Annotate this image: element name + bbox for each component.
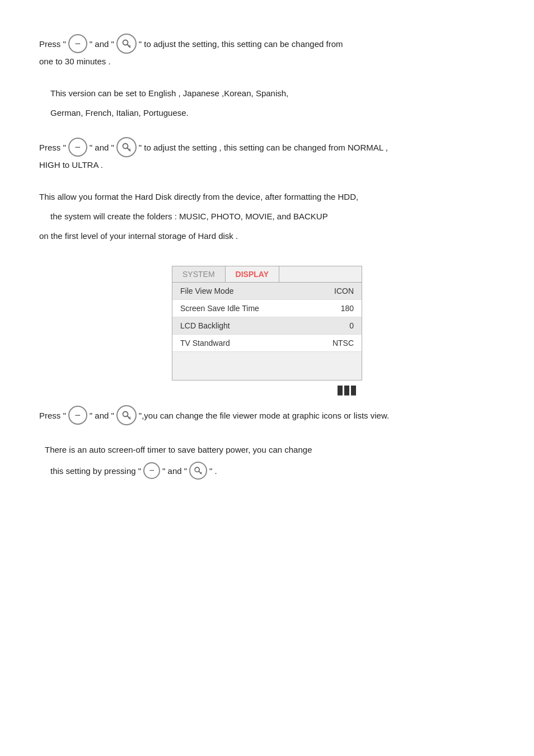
- and-label-3: " and ": [90, 408, 114, 423]
- hdd-text-3: on the first level of your internal stor…: [39, 228, 495, 243]
- language-text-2: German, French, Italian, Portuguese.: [50, 105, 495, 120]
- tab-display[interactable]: DISPLAY: [226, 266, 279, 282]
- row-value-1: 180: [341, 304, 354, 313]
- end-label-1: " to adjust the setting, this setting ca…: [139, 36, 343, 51]
- svg-point-3: [123, 144, 128, 149]
- minus-icon-2: −: [68, 138, 87, 157]
- minus-icon-3: −: [68, 406, 87, 425]
- sd-tabs: SYSTEM DISPLAY: [172, 266, 362, 283]
- table-row: File View Mode ICON: [172, 283, 362, 300]
- sd-spacer: [172, 352, 362, 380]
- hdd-text-1: This allow you format the Hard Disk dire…: [39, 189, 495, 204]
- svg-point-6: [123, 412, 128, 417]
- row-value-3: NTSC: [332, 339, 354, 348]
- plus-key-icon-3: [116, 405, 137, 425]
- and-label-2: " and ": [90, 140, 114, 155]
- screen-off-and: " and ": [162, 463, 187, 478]
- row-value-2: 0: [349, 321, 354, 330]
- screen-off-prefix: this setting by pressing ": [50, 463, 141, 478]
- press-instruction-quality: Press " − " and " " to adjust the settin…: [39, 137, 495, 157]
- hdd-text-2: the system will create the folders : MUS…: [39, 209, 495, 224]
- section-language: This version can be set to English , Jap…: [39, 86, 495, 120]
- tab-system[interactable]: SYSTEM: [172, 266, 226, 282]
- end-label-2: " to adjust the setting , this setting c…: [139, 140, 388, 155]
- minus-icon-4: −: [143, 462, 160, 479]
- row-label-1: Screen Save Idle Time: [180, 304, 259, 313]
- row-label-0: File View Mode: [180, 287, 233, 295]
- screen-off-instruction: this setting by pressing " − " and " " .: [45, 462, 495, 480]
- svg-point-0: [123, 40, 128, 45]
- row-label-2: LCD Backlight: [180, 321, 230, 330]
- svg-point-9: [195, 467, 199, 472]
- sd-panel: SYSTEM DISPLAY File View Mode ICON Scree…: [172, 266, 362, 381]
- battery-icon: ▮▮▮: [336, 383, 357, 397]
- minus-icon-1: −: [68, 34, 87, 53]
- battery-display: ▮▮▮: [172, 381, 362, 400]
- section-screen-off: There is an auto screen-off timer to sav…: [39, 442, 495, 480]
- screen-off-suffix: " .: [209, 463, 217, 478]
- section-adjust-quality: Press " − " and " " to adjust the settin…: [39, 137, 495, 172]
- plus-key-icon-1: [116, 34, 137, 54]
- end-label-3: ",you can change the file viewer mode at…: [139, 408, 389, 423]
- quality-range-text: HIGH to ULTRA .: [39, 157, 495, 172]
- and-label-1: " and ": [90, 36, 114, 51]
- table-row: TV Standward NTSC: [172, 335, 362, 352]
- row-label-3: TV Standward: [180, 339, 230, 348]
- language-text-1: This version can be set to English , Jap…: [50, 86, 495, 101]
- screen-off-text: There is an auto screen-off timer to sav…: [45, 442, 495, 457]
- section-file-viewer: Press " − " and " ",you can change the f…: [39, 405, 495, 425]
- table-row: LCD Backlight 0: [172, 317, 362, 335]
- table-row: Screen Save Idle Time 180: [172, 300, 362, 317]
- section-format-hdd: This allow you format the Hard Disk dire…: [39, 189, 495, 243]
- section-adjust-time: Press " − " and " " to adjust the settin…: [39, 34, 495, 69]
- plus-key-icon-4: [189, 462, 207, 480]
- press-instruction-time: Press " − " and " " to adjust the settin…: [39, 34, 495, 54]
- row-value-0: ICON: [334, 287, 354, 295]
- press-label-1: Press ": [39, 36, 66, 51]
- time-range-text: one to 30 minutes .: [39, 54, 495, 69]
- plus-key-icon-2: [116, 137, 137, 157]
- system-display-widget: SYSTEM DISPLAY File View Mode ICON Scree…: [39, 266, 495, 400]
- press-instruction-viewer: Press " − " and " ",you can change the f…: [39, 405, 495, 425]
- press-label-3: Press ": [39, 408, 66, 423]
- press-label-2: Press ": [39, 140, 66, 155]
